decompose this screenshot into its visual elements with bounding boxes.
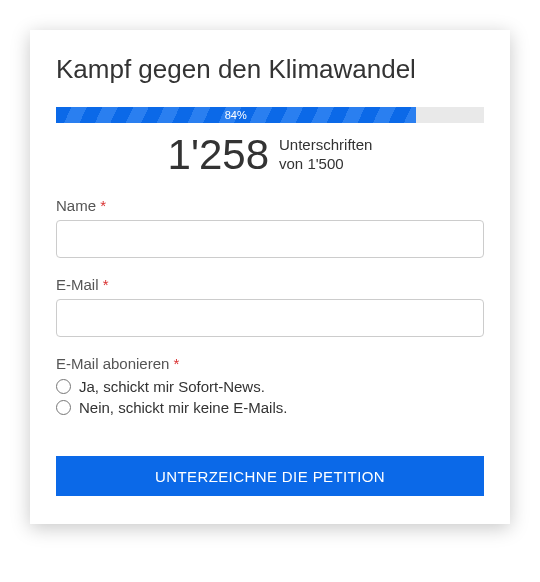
- signature-count: 1'258: [168, 131, 269, 179]
- progress-bar: 84%: [56, 107, 416, 123]
- progress-track: 84%: [56, 107, 484, 123]
- subscribe-option-no[interactable]: Nein, schickt mir keine E-Mails.: [56, 399, 484, 416]
- petition-card: Kampf gegen den Klimawandel 84% 1'258 Un…: [30, 30, 510, 524]
- email-input[interactable]: [56, 299, 484, 337]
- subscribe-option-yes[interactable]: Ja, schickt mir Sofort-News.: [56, 378, 484, 395]
- signature-counter: 1'258 Unterschriften von 1'500: [56, 131, 484, 179]
- subscribe-label: E-Mail abonieren *: [56, 355, 484, 372]
- page-title: Kampf gegen den Klimawandel: [56, 54, 484, 85]
- progress-percent: 84%: [225, 109, 247, 121]
- signature-goal: Unterschriften von 1'500: [279, 136, 372, 174]
- radio-no[interactable]: [56, 400, 71, 415]
- subscribe-field-group: E-Mail abonieren * Ja, schickt mir Sofor…: [56, 355, 484, 416]
- name-field-group: Name *: [56, 197, 484, 258]
- submit-button[interactable]: UNTERZEICHNE DIE PETITION: [56, 456, 484, 496]
- name-input[interactable]: [56, 220, 484, 258]
- required-mark: *: [174, 355, 180, 372]
- name-label: Name *: [56, 197, 484, 214]
- required-mark: *: [100, 197, 106, 214]
- radio-yes[interactable]: [56, 379, 71, 394]
- required-mark: *: [103, 276, 109, 293]
- email-label: E-Mail *: [56, 276, 484, 293]
- email-field-group: E-Mail *: [56, 276, 484, 337]
